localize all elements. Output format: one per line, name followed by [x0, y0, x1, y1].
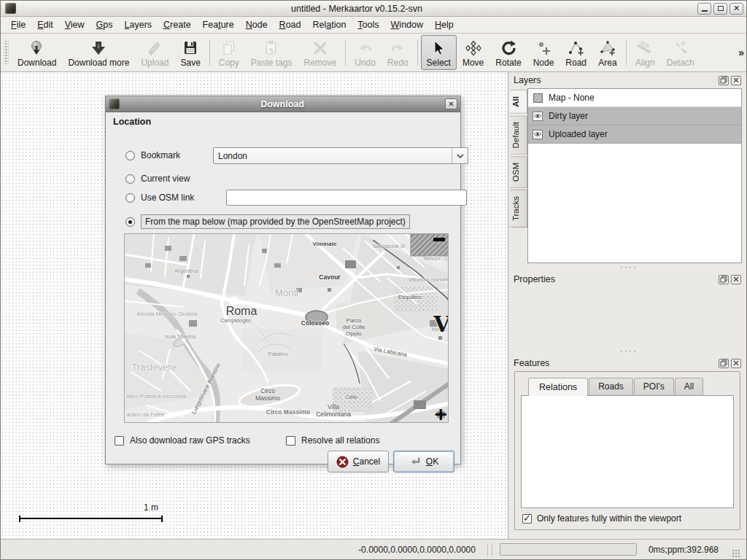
- coordinates-readout: -0.0000,0.0000,0.0000,0.0000: [358, 545, 476, 555]
- download-more-button[interactable]: Download more: [62, 35, 135, 70]
- float-panel-icon[interactable]: [719, 275, 729, 284]
- scale-line: [19, 516, 163, 522]
- layers-list: Map - NoneDirty layerUploaded layer: [527, 88, 742, 263]
- menu-help[interactable]: Help: [429, 18, 460, 32]
- map-place-label: V: [433, 314, 449, 335]
- scale-bar: 1 m: [19, 502, 163, 522]
- bookmark-radio[interactable]: [125, 151, 135, 160]
- ok-button[interactable]: OK: [393, 451, 454, 472]
- toolbar-button-label: Node: [533, 58, 554, 68]
- current-view-label[interactable]: Current view: [141, 174, 190, 184]
- osm-link-input[interactable]: [226, 190, 467, 206]
- layers-tab-all[interactable]: All: [510, 90, 527, 114]
- dialog-map[interactable]: ViminaleNapoleone IIITermini - LaVittori…: [124, 233, 449, 423]
- layer-row[interactable]: Map - None: [528, 89, 741, 107]
- maximize-button[interactable]: [713, 3, 727, 15]
- viewport-filter-label[interactable]: Only features fully within the viewport: [537, 513, 681, 524]
- map-place-label: Celimontana: [316, 411, 351, 418]
- menu-create[interactable]: Create: [158, 18, 197, 32]
- map-canvas[interactable]: 1 m Download ✕ Location Bookmark Lond: [1, 72, 508, 539]
- layer-row[interactable]: Uploaded layer: [528, 125, 741, 144]
- toolbar-separator: [417, 39, 418, 66]
- close-panel-icon[interactable]: [731, 76, 741, 85]
- node-button[interactable]: Node: [527, 35, 560, 70]
- road-button[interactable]: Road: [560, 35, 592, 70]
- dialog-close-icon[interactable]: ✕: [445, 98, 457, 109]
- close-panel-icon[interactable]: [731, 275, 741, 284]
- menu-tools[interactable]: Tools: [352, 18, 384, 32]
- move-button[interactable]: Move: [457, 35, 489, 70]
- layer-tile-icon[interactable]: [533, 93, 543, 103]
- progress-indicator: [500, 543, 637, 556]
- toolbar-button-label: Align: [635, 58, 655, 68]
- features-tab-all[interactable]: All: [675, 378, 703, 396]
- from-map-label[interactable]: From the map below (map provided by the …: [141, 214, 410, 229]
- gps-tracks-label[interactable]: Also download raw GPS tracks: [130, 435, 250, 446]
- dock-splitter[interactable]: [508, 263, 746, 271]
- toolbar-separator: [209, 39, 210, 66]
- download-button[interactable]: Download: [12, 35, 62, 70]
- from-map-radio[interactable]: [125, 217, 135, 227]
- menu-road[interactable]: Road: [274, 18, 307, 32]
- close-button[interactable]: ✕: [729, 3, 743, 15]
- toolbar-overflow-chevron[interactable]: »: [738, 47, 744, 58]
- menu-feature[interactable]: Feature: [197, 18, 240, 32]
- toolbar-button-label: Download: [18, 58, 56, 68]
- dock-splitter[interactable]: [508, 347, 746, 355]
- resolve-relations-label[interactable]: Resolve all relations: [301, 435, 379, 446]
- menu-edit[interactable]: Edit: [31, 18, 59, 32]
- menu-view[interactable]: View: [59, 18, 90, 32]
- bookmark-label[interactable]: Bookmark: [141, 150, 180, 160]
- bookmark-combobox[interactable]: London: [213, 147, 468, 164]
- dialog-title-bar[interactable]: Download ✕: [106, 96, 460, 112]
- toolbar-drag-handle[interactable]: [4, 41, 9, 64]
- layers-tab-default[interactable]: Default: [510, 115, 527, 155]
- layer-row[interactable]: Dirty layer: [528, 107, 741, 125]
- layers-panel-header: Layers: [508, 72, 746, 88]
- rotate-button[interactable]: Rotate: [489, 35, 527, 70]
- layer-visibility-eye-icon[interactable]: [533, 129, 543, 139]
- resolve-relations-checkbox[interactable]: [286, 436, 295, 446]
- close-panel-icon[interactable]: [731, 359, 741, 368]
- features-tab-roads[interactable]: Roads: [589, 378, 633, 396]
- map-place-label: Trastevere: [131, 362, 177, 372]
- save-icon: [181, 39, 200, 58]
- viewport-filter-checkbox[interactable]: [522, 514, 532, 524]
- features-tab-bar: RelationsRoadsPOI'sAll: [528, 378, 734, 396]
- map-place-label: ardino da Feltre: [126, 412, 165, 418]
- layers-tab-osm[interactable]: OSM: [510, 156, 527, 188]
- float-panel-icon[interactable]: [719, 76, 729, 85]
- menu-gps[interactable]: Gps: [90, 18, 119, 32]
- map-zoom-in-icon[interactable]: +: [434, 403, 447, 423]
- osm-link-radio[interactable]: [125, 193, 135, 203]
- menu-node[interactable]: Node: [240, 18, 274, 32]
- area-button[interactable]: Area: [592, 35, 623, 70]
- menu-layers[interactable]: Layers: [119, 18, 158, 32]
- save-button[interactable]: Save: [174, 35, 206, 70]
- cancel-button[interactable]: Cancel: [328, 451, 389, 472]
- features-tab-relations[interactable]: Relations: [528, 378, 588, 396]
- float-panel-icon[interactable]: [719, 359, 729, 368]
- menu-file[interactable]: File: [5, 18, 31, 32]
- paste-tags-button: Paste tags: [245, 35, 298, 70]
- select-icon: [429, 39, 448, 58]
- layers-tab-tracks[interactable]: Tracks: [510, 190, 527, 228]
- select-button[interactable]: Select: [421, 35, 457, 70]
- remove-icon: [311, 39, 330, 58]
- layer-label: Map - None: [549, 93, 595, 103]
- features-tab-pois[interactable]: POI's: [634, 378, 674, 396]
- gps-tracks-checkbox[interactable]: [115, 436, 124, 446]
- upload-icon: [145, 39, 164, 58]
- toolbar-button-label: Remove: [304, 58, 337, 68]
- minimize-button[interactable]: [697, 3, 711, 15]
- osm-link-label[interactable]: Use OSM link: [141, 192, 194, 203]
- current-view-radio[interactable]: [125, 174, 135, 184]
- features-list[interactable]: [521, 395, 734, 508]
- button-label: Cancel: [353, 456, 380, 467]
- layer-visibility-eye-icon[interactable]: [533, 111, 543, 121]
- resize-grip[interactable]: [732, 549, 740, 558]
- chevron-down-icon[interactable]: [452, 148, 468, 163]
- menu-relation[interactable]: Relation: [306, 18, 352, 32]
- menu-window[interactable]: Window: [385, 18, 429, 32]
- map-zoom-out-icon[interactable]: [433, 238, 445, 241]
